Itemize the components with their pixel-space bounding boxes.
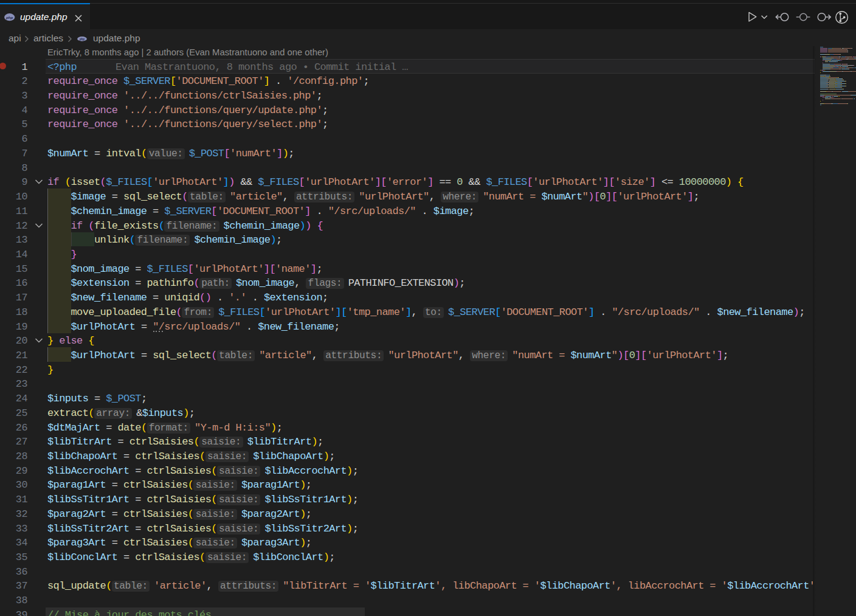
svg-text:php: php <box>79 38 85 41</box>
svg-text:php: php <box>5 15 13 19</box>
